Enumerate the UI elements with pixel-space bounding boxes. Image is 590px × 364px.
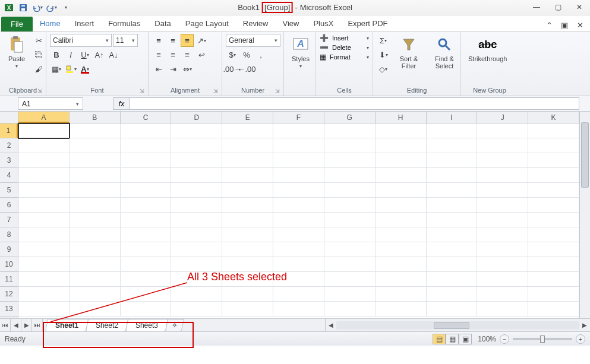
cell[interactable] (528, 257, 579, 272)
save-icon[interactable] (17, 2, 30, 14)
cell[interactable] (222, 183, 273, 198)
cell[interactable] (427, 213, 478, 227)
cell[interactable] (121, 183, 172, 198)
hscroll-right-icon[interactable]: ▶ (579, 322, 590, 328)
cell[interactable] (477, 242, 528, 257)
cell[interactable] (528, 168, 579, 183)
cell[interactable] (376, 168, 427, 183)
cell[interactable] (324, 138, 376, 153)
cell[interactable] (376, 227, 427, 242)
decrease-decimal-icon[interactable]: ←.00 (240, 62, 253, 75)
cell[interactable] (222, 287, 273, 302)
row-header-7[interactable]: 7 (0, 213, 18, 227)
font-size-combo[interactable]: 11▾ (113, 34, 138, 47)
cell[interactable] (324, 124, 376, 138)
tab-expert-pdf[interactable]: Expert PDF (340, 15, 395, 31)
merge-center-icon[interactable]: ⇔▾ (181, 62, 194, 75)
cell[interactable] (376, 153, 427, 168)
cell[interactable] (376, 242, 427, 257)
tab-plusx[interactable]: PlusX (306, 15, 340, 31)
cell[interactable] (427, 124, 478, 138)
strikethrough-button[interactable]: abc Strikethrough (465, 34, 510, 64)
page-layout-view-icon[interactable]: ▦ (446, 334, 459, 344)
cell[interactable] (18, 153, 70, 168)
cell[interactable] (18, 124, 70, 138)
cell[interactable] (222, 124, 273, 138)
cell[interactable] (376, 198, 427, 213)
cell[interactable] (171, 183, 222, 198)
col-header-B[interactable]: B (70, 112, 121, 123)
cell[interactable] (222, 153, 273, 168)
excel-icon[interactable]: X (2, 2, 15, 14)
row-header-8[interactable]: 8 (0, 227, 18, 242)
cell[interactable] (171, 153, 222, 168)
maximize-button[interactable]: ▢ (550, 1, 566, 13)
align-right-icon[interactable]: ≡ (181, 48, 194, 61)
cell[interactable] (70, 227, 121, 242)
cell[interactable] (528, 302, 579, 316)
cell[interactable] (376, 272, 427, 287)
cell[interactable] (324, 168, 376, 183)
col-header-F[interactable]: F (273, 112, 324, 123)
select-all-corner[interactable] (0, 112, 18, 124)
tab-review[interactable]: Review (236, 15, 276, 31)
paste-button[interactable]: Paste ▾ (4, 34, 30, 70)
file-tab[interactable]: File (1, 17, 33, 31)
name-box[interactable]: A1▾ (18, 97, 83, 110)
col-header-J[interactable]: J (477, 112, 528, 123)
cell[interactable] (324, 272, 376, 287)
cell[interactable] (273, 287, 324, 302)
increase-indent-icon[interactable]: ⇥ (166, 62, 179, 75)
comma-format-icon[interactable]: , (254, 48, 267, 61)
cell[interactable] (18, 168, 70, 183)
cell[interactable] (18, 183, 70, 198)
clipboard-launcher-icon[interactable]: ⇲ (37, 88, 42, 94)
wrap-text-icon[interactable]: ↩ (195, 48, 208, 61)
redo-icon[interactable]: ▾ (45, 2, 58, 14)
borders-icon[interactable]: ▦▾ (50, 62, 63, 75)
cell[interactable] (324, 153, 376, 168)
cell[interactable] (477, 198, 528, 213)
formula-input[interactable] (130, 97, 579, 110)
cell[interactable] (427, 287, 478, 302)
cell[interactable] (121, 272, 172, 287)
row-header-2[interactable]: 2 (0, 138, 18, 153)
cell[interactable] (427, 242, 478, 257)
cell[interactable] (70, 287, 121, 302)
cell[interactable] (70, 213, 121, 227)
cell[interactable] (273, 272, 324, 287)
cell[interactable] (70, 138, 121, 153)
hscroll-track[interactable] (336, 321, 579, 330)
cell[interactable] (70, 302, 121, 316)
cell[interactable] (121, 168, 172, 183)
col-header-H[interactable]: H (376, 112, 427, 123)
cell[interactable] (427, 257, 478, 272)
cell[interactable] (171, 287, 222, 302)
cell[interactable] (171, 242, 222, 257)
cell[interactable] (121, 302, 172, 316)
cell[interactable] (222, 272, 273, 287)
cell[interactable] (222, 138, 273, 153)
cell[interactable] (273, 213, 324, 227)
minimize-ribbon-icon[interactable]: ⌃ (542, 18, 556, 31)
cell[interactable] (18, 198, 70, 213)
hscroll-left-icon[interactable]: ◀ (326, 322, 336, 328)
underline-button[interactable]: U▾ (78, 48, 92, 61)
styles-button[interactable]: A Styles ▾ (288, 34, 314, 70)
bold-button[interactable]: B (50, 48, 63, 61)
cell[interactable] (376, 124, 427, 138)
sheet-nav-next-icon[interactable]: ▶ (21, 319, 32, 331)
cells-area[interactable] (18, 124, 579, 318)
tab-page-layout[interactable]: Page Layout (178, 15, 236, 31)
tab-home[interactable]: Home (33, 15, 68, 31)
horizontal-scrollbar[interactable]: ◀ ▶ (325, 319, 590, 331)
col-header-E[interactable]: E (222, 112, 273, 123)
cell[interactable] (222, 302, 273, 316)
cell[interactable] (171, 302, 222, 316)
accounting-format-icon[interactable]: $▾ (226, 48, 239, 61)
cell[interactable] (477, 302, 528, 316)
cell[interactable] (273, 124, 324, 138)
autosum-icon[interactable]: Σ▾ (377, 34, 390, 47)
orientation-icon[interactable]: ↗▾ (195, 34, 208, 47)
sheet-tab-3[interactable]: Sheet3 (125, 319, 169, 331)
